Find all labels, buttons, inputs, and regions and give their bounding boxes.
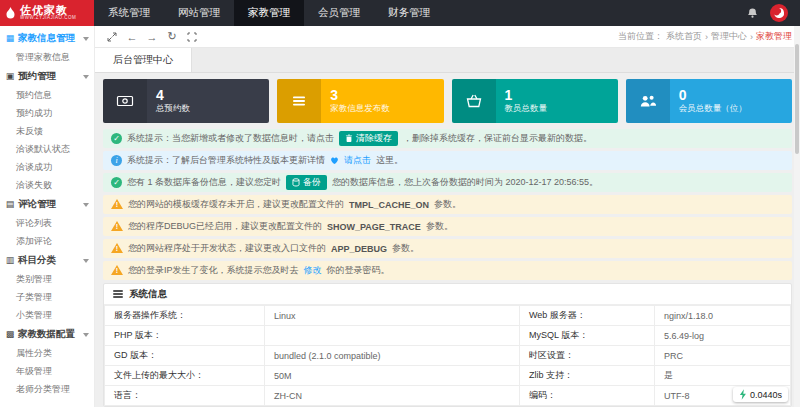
content: 4 总预约数 3 家教信息发布数 <box>95 73 800 407</box>
backup-label: 备份 <box>303 176 321 189</box>
comment-icon: ▤ <box>5 199 15 209</box>
nav-item-finance[interactable]: 财务管理 <box>374 0 444 26</box>
breadcrumb-prefix: 当前位置： <box>618 30 663 43</box>
stat-label: 会员总数量（位） <box>679 103 747 115</box>
chevron-down-icon <box>83 333 89 340</box>
alert-clear-cache: ✓ 系统提示：当您新增或者修改了数据信息时，请点击 清除缓存 ，删除掉系统缓存，… <box>103 129 792 148</box>
alert-text: 系统提示：了解后台管理系统特性及版本更新详情 <box>127 154 325 167</box>
system-info-table: 服务器操作系统： Linux Web 服务器： nginx/1.18.0 PHP… <box>104 305 791 406</box>
nav-item-website[interactable]: 网站管理 <box>164 0 234 26</box>
alert-text: ，删除掉系统缓存，保证前台显示最新的数据。 <box>403 132 592 145</box>
table-row: 语言： ZH-CN 编码： UTF-8 <box>105 386 791 406</box>
top-navbar: 佐优家教 WWW.ZYJIAJIAO.COM 系统管理 网站管理 家教管理 会员… <box>0 0 800 26</box>
sidebar-item[interactable]: 添加评论 <box>0 232 94 250</box>
sidebar-item[interactable]: 类别管理 <box>0 270 94 288</box>
config-param: SHOW_PAGE_TRACE <box>327 222 421 232</box>
sidebar-item[interactable]: 预约成功 <box>0 104 94 122</box>
stat-card-bookings: 4 总预约数 <box>103 79 269 123</box>
alert-text: 您的登录IP发生了变化，系统提示您及时去 <box>128 264 299 277</box>
sidebar-item[interactable]: 属性分类 <box>0 344 94 362</box>
nav-item-tutor[interactable]: 家教管理 <box>234 0 304 26</box>
sysinfo-value: bundled (2.1.0 compatible) <box>265 346 520 366</box>
scrollbar[interactable] <box>794 26 800 407</box>
sidebar-item[interactable]: 评论列表 <box>0 214 94 232</box>
flame-logo-icon <box>5 7 16 20</box>
sysinfo-value: 是 <box>655 366 791 386</box>
users-icon <box>626 79 670 123</box>
brand-block: 佐优家教 WWW.ZYJIAJIAO.COM <box>20 5 76 21</box>
notification-bell-icon[interactable] <box>747 7 758 19</box>
sidebar-section-data-config[interactable]: ▩ 家教数据配置 <box>0 324 94 344</box>
clear-cache-label: 清除缓存 <box>356 132 392 145</box>
refresh-icon[interactable]: ↻ <box>163 29 181 45</box>
sidebar-item[interactable]: 洽谈成功 <box>0 158 94 176</box>
chevron-down-icon <box>83 203 89 210</box>
warning-triangle-icon <box>111 221 123 232</box>
main-area: ← → ↻ 当前位置： 系统首页 › 管理中心 › 家教管理 后台管理中心 <box>95 26 800 407</box>
forward-icon[interactable]: → <box>143 29 161 45</box>
system-info-header: 系统信息 <box>104 284 791 305</box>
table-row: GD 版本： bundled (2.1.0 compatible) 时区设置： … <box>105 346 791 366</box>
version-details-link[interactable]: 请点击 <box>344 154 371 167</box>
menu-bars-icon <box>113 289 123 300</box>
chevron-down-icon <box>83 75 89 82</box>
back-icon[interactable]: ← <box>123 29 141 45</box>
stat-value: 1 <box>505 87 548 104</box>
basket-icon <box>452 79 496 123</box>
avatar[interactable] <box>770 4 788 22</box>
sidebar-item[interactable]: 年级管理 <box>0 362 94 380</box>
nav-item-member[interactable]: 会员管理 <box>304 0 374 26</box>
sidebar-item[interactable]: 洽谈失败 <box>0 176 94 194</box>
sidebar-item[interactable]: 子类管理 <box>0 288 94 306</box>
chevron-down-icon <box>83 37 89 44</box>
clear-cache-button[interactable]: 清除缓存 <box>339 131 398 146</box>
sidebar-section-subject-category[interactable]: ▥ 科目分类 <box>0 250 94 270</box>
sidebar-section-label: 评论管理 <box>18 198 56 211</box>
stat-cards: 4 总预约数 3 家教信息发布数 <box>103 79 792 123</box>
scrollbar-thumb[interactable] <box>795 44 799 154</box>
change-password-link[interactable]: 修改 <box>304 264 322 277</box>
alert-version-info: i 系统提示：了解后台管理系统特性及版本更新详情 请点击 这里。 <box>103 151 792 170</box>
alert-text: 您有 1 条数据库备份信息，建议您定时 <box>127 176 281 189</box>
chevron-down-icon <box>83 259 89 266</box>
alert-tmpl-cache-warning: 您的网站的模板缓存缓存未开启，建议更改配置文件的 TMPL_CACHE_ON 参… <box>103 195 792 214</box>
alert-app-debug-warning: 您的网站程序处于开发状态，建议更改入口文件的 APP_DEBUG 参数。 <box>103 239 792 258</box>
sysinfo-label: 语言： <box>105 386 265 406</box>
sidebar-item[interactable]: 小类管理 <box>0 306 94 324</box>
sidebar-item[interactable]: 管理家教信息 <box>0 48 94 66</box>
page-layout: ▦ 家教信息管理 管理家教信息 ▣ 预约管理 预约信息 预约成功 未反馈 洽谈默… <box>0 26 800 407</box>
logo[interactable]: 佐优家教 WWW.ZYJIAJIAO.COM <box>0 0 94 26</box>
sysinfo-label: PHP 版本： <box>105 326 265 346</box>
sidebar-section-label: 科目分类 <box>18 254 56 267</box>
system-info-title: 系统信息 <box>129 288 167 301</box>
tab-admin-center[interactable]: 后台管理中心 <box>95 48 192 72</box>
stat-card-members: 0 会员总数量（位） <box>626 79 792 123</box>
backup-button[interactable]: 备份 <box>286 175 327 190</box>
alert-text: 系统提示：当您新增或者修改了数据信息时，请点击 <box>127 132 334 145</box>
alert-login-ip-warning: 您的登录IP发生了变化，系统提示您及时去 修改 你的登录密码。 <box>103 261 792 280</box>
sidebar-item[interactable]: 洽谈默认状态 <box>0 140 94 158</box>
sidebar-item[interactable]: 未反馈 <box>0 122 94 140</box>
breadcrumb-separator: › <box>705 32 708 42</box>
sidebar-section-label: 家教信息管理 <box>18 32 75 45</box>
sidebar-section-booking[interactable]: ▣ 预约管理 <box>0 66 94 86</box>
stat-label: 总预约数 <box>156 103 190 115</box>
money-icon <box>103 79 147 123</box>
sidebar-item[interactable]: 预约信息 <box>0 86 94 104</box>
alert-text: 参数。 <box>426 220 453 233</box>
collapse-sidebar-icon[interactable] <box>103 29 121 45</box>
sidebar-item[interactable]: 老师分类管理 <box>0 380 94 398</box>
lightning-icon <box>739 389 747 400</box>
breadcrumb-admin-center[interactable]: 管理中心 <box>711 30 747 43</box>
sidebar-section-tutor-info[interactable]: ▦ 家教信息管理 <box>0 28 94 48</box>
fullscreen-icon[interactable] <box>183 29 201 45</box>
nav-item-system[interactable]: 系统管理 <box>94 0 164 26</box>
sysinfo-value: ZH-CN <box>265 386 520 406</box>
sysinfo-value: 50M <box>265 366 520 386</box>
breadcrumb-current: 家教管理 <box>756 30 792 43</box>
config-param: TMPL_CACHE_ON <box>349 200 429 210</box>
sidebar-section-comment[interactable]: ▤ 评论管理 <box>0 194 94 214</box>
sysinfo-value: 5.6.49-log <box>655 326 791 346</box>
stat-value: 0 <box>679 87 747 104</box>
breadcrumb-home[interactable]: 系统首页 <box>666 30 702 43</box>
